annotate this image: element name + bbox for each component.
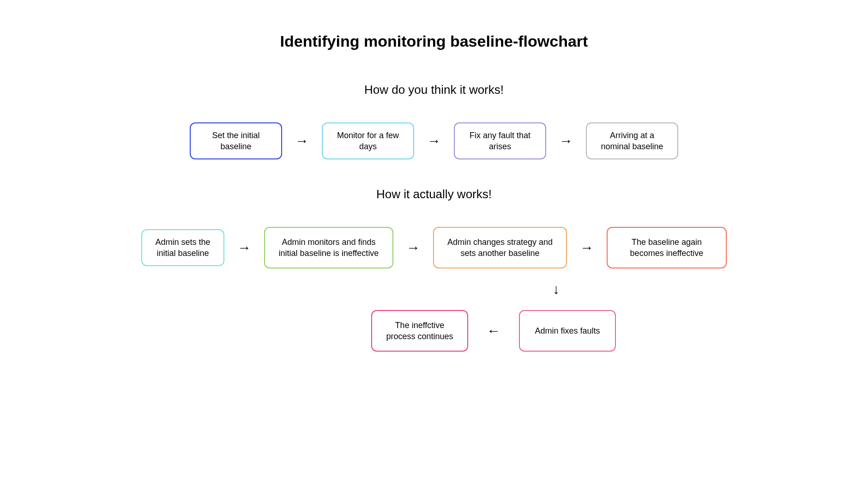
step-monitor-days: Monitor for a few days: [322, 122, 414, 159]
section-heading-actual: How it actually works!: [0, 187, 868, 201]
arrow-right-icon: →: [237, 241, 251, 255]
step-nominal-baseline: Arriving at a nominal baseline: [586, 122, 678, 159]
flow-row-expected: Set the initial baseline → Monitor for a…: [0, 122, 868, 159]
section-heading-expected: How do you think it works!: [0, 83, 868, 97]
flow-row-actual: Admin sets the initial baseline → Admin …: [0, 227, 868, 268]
diagram-title: Identifying monitoring baseline-flowchar…: [0, 32, 868, 50]
step-fix-fault: Fix any fault that arises: [454, 122, 546, 159]
arrow-down-icon: ↓: [553, 282, 560, 296]
arrow-right-icon: →: [580, 241, 594, 255]
arrow-right-icon: →: [559, 134, 573, 148]
step-admin-changes-strategy: Admin changes strategy and sets another …: [433, 227, 567, 268]
arrow-down-container: ↓: [0, 282, 868, 296]
arrow-left-icon: ←: [487, 324, 500, 338]
arrow-right-icon: →: [295, 134, 309, 148]
flow-row-actual-continued: The ineffctive process continues ← Admin…: [0, 310, 868, 352]
arrow-right-icon: →: [427, 134, 441, 148]
step-admin-monitors-ineffective: Admin monitors and finds initial baselin…: [264, 227, 393, 268]
step-admin-sets-baseline: Admin sets the initial baseline: [141, 229, 224, 266]
step-baseline-again-ineffective: The baseline again becomes ineffective: [607, 227, 727, 268]
step-set-initial-baseline: Set the initial baseline: [190, 122, 282, 159]
arrow-right-icon: →: [406, 241, 420, 255]
step-ineffective-continues: The ineffctive process continues: [371, 310, 468, 352]
step-admin-fixes-faults: Admin fixes faults: [519, 310, 616, 352]
